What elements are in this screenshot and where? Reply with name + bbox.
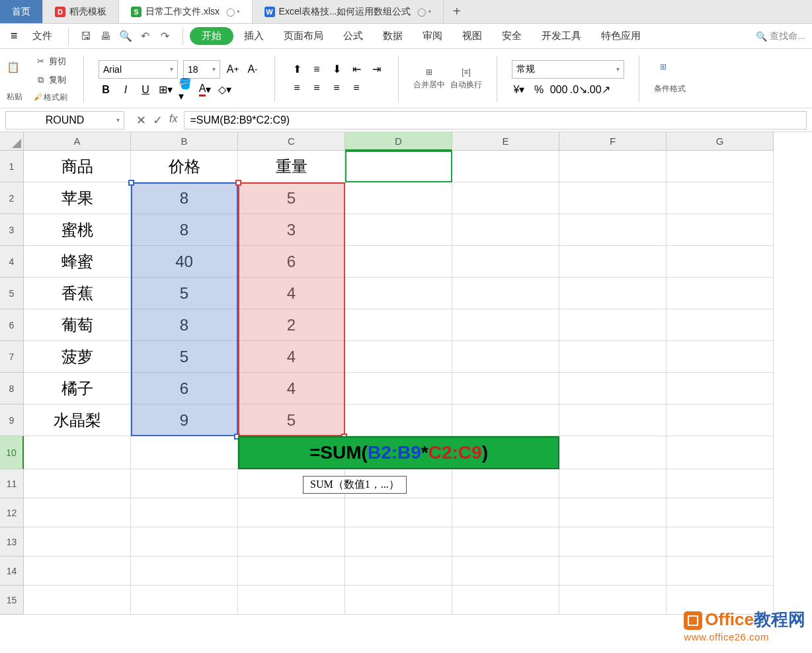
menu-review[interactable]: 审阅 [413, 27, 452, 45]
cell[interactable] [452, 498, 559, 527]
cell[interactable] [667, 151, 774, 182]
menu-security[interactable]: 安全 [493, 27, 531, 45]
cell[interactable]: 5 [131, 278, 238, 309]
cell[interactable] [667, 214, 774, 246]
cell[interactable] [667, 404, 774, 436]
align-justify-icon[interactable]: ≡ [349, 81, 364, 95]
row-header[interactable]: 7 [0, 341, 24, 373]
accept-formula-icon[interactable]: ✓ [153, 113, 163, 128]
cancel-formula-icon[interactable]: ✕ [136, 113, 146, 128]
print-icon[interactable]: 🖶 [99, 30, 112, 43]
cell[interactable] [559, 498, 667, 527]
row-header[interactable]: 5 [0, 278, 24, 309]
menu-formula[interactable]: 公式 [334, 27, 372, 45]
cell[interactable] [24, 527, 131, 557]
row-header-10[interactable]: 10 [0, 436, 24, 469]
cell[interactable] [667, 527, 774, 557]
format-painter-button[interactable]: 🖌格式刷 [32, 91, 67, 103]
cell[interactable]: 9 [131, 404, 238, 436]
cell[interactable] [667, 309, 774, 341]
cell[interactable] [667, 182, 774, 214]
merge-icon[interactable]: ⊞ [423, 66, 435, 78]
cell[interactable]: 蜂蜜 [24, 246, 131, 278]
col-header-G[interactable]: G [667, 132, 774, 151]
cell[interactable] [24, 469, 131, 498]
align-left-icon[interactable]: ≡ [290, 81, 304, 95]
select-all-corner[interactable] [0, 132, 24, 151]
cell[interactable] [345, 214, 452, 246]
cell[interactable] [667, 436, 774, 469]
cell[interactable] [559, 436, 667, 469]
cell[interactable]: 6 [131, 373, 238, 404]
cell[interactable]: 5 [131, 341, 238, 373]
cell[interactable]: 40 [131, 246, 238, 278]
cell[interactable] [452, 309, 559, 341]
paste-icon[interactable]: 📋 [7, 61, 26, 81]
cell[interactable] [131, 557, 238, 586]
cell[interactable] [24, 436, 131, 469]
cell[interactable] [667, 246, 774, 278]
row-header[interactable]: 9 [0, 404, 24, 436]
save-icon[interactable]: 🖫 [79, 30, 93, 43]
cell[interactable] [131, 469, 238, 498]
decrease-decimal-icon[interactable]: .0↘ [571, 83, 586, 97]
cell[interactable] [667, 498, 774, 527]
cell[interactable] [452, 182, 559, 214]
cell[interactable]: 价格 [131, 151, 238, 182]
row-header[interactable]: 6 [0, 309, 24, 341]
cell[interactable] [24, 498, 131, 527]
italic-button[interactable]: I [118, 83, 133, 97]
indent-right-icon[interactable]: ⇥ [369, 62, 384, 77]
cell[interactable] [131, 586, 238, 615]
col-header-D[interactable]: D [345, 132, 452, 151]
formula-input[interactable]: =SUM(B2:B9*C2:C9) [184, 111, 807, 130]
cell[interactable] [452, 586, 559, 615]
cell[interactable]: 苹果 [24, 182, 131, 214]
copy-button[interactable]: ⧉复制 [32, 73, 69, 87]
cell[interactable] [559, 469, 667, 498]
cell[interactable] [559, 586, 667, 615]
cell[interactable] [667, 341, 774, 373]
tab-workbook-active[interactable]: S 日常工作文件.xlsx ◯ • [119, 0, 253, 23]
bold-button[interactable]: B [99, 83, 113, 97]
cell[interactable]: 商品 [24, 151, 131, 182]
tab-home[interactable]: 首页 [0, 0, 43, 23]
fill-color-button[interactable]: 🪣▾ [178, 83, 192, 97]
cell[interactable] [559, 309, 667, 341]
row-header[interactable]: 15 [0, 586, 24, 615]
cell[interactable] [452, 151, 559, 182]
cell[interactable] [559, 182, 667, 214]
cell[interactable] [345, 373, 452, 404]
cell[interactable] [559, 278, 667, 309]
increase-font-icon[interactable]: A+ [225, 62, 240, 77]
row-header[interactable]: 14 [0, 557, 24, 586]
clear-format-button[interactable]: ◇▾ [218, 83, 232, 97]
wrap-icon[interactable]: [≡] [460, 66, 472, 78]
menu-data[interactable]: 数据 [374, 27, 412, 45]
comma-icon[interactable]: 000 [551, 83, 566, 97]
cell[interactable] [452, 469, 559, 498]
number-format-selector[interactable]: 常规▾ [512, 60, 624, 79]
col-header-A[interactable]: A [24, 132, 131, 151]
cell[interactable] [452, 214, 559, 246]
cell[interactable]: 蜜桃 [24, 214, 131, 246]
cell[interactable] [559, 341, 667, 373]
cell[interactable] [131, 498, 238, 527]
align-middle-icon[interactable]: ≡ [309, 62, 324, 77]
cell[interactable]: 8 [131, 214, 238, 246]
cell[interactable]: 葡萄 [24, 309, 131, 341]
cell[interactable]: 6 [238, 246, 345, 278]
cell[interactable] [452, 278, 559, 309]
cell[interactable]: 5 [238, 182, 345, 214]
menu-special[interactable]: 特色应用 [592, 27, 650, 45]
cell[interactable]: 橘子 [24, 373, 131, 404]
row-header[interactable]: 2 [0, 182, 24, 214]
decrease-font-icon[interactable]: A- [245, 62, 260, 77]
row-header-1[interactable]: 1 [0, 151, 24, 182]
indent-left-icon[interactable]: ⇤ [349, 62, 364, 77]
cell[interactable] [452, 246, 559, 278]
menu-dev-tools[interactable]: 开发工具 [532, 27, 590, 45]
cell[interactable] [238, 498, 345, 527]
align-top-icon[interactable]: ⬆ [290, 62, 304, 77]
fx-icon[interactable]: fx [169, 113, 177, 128]
